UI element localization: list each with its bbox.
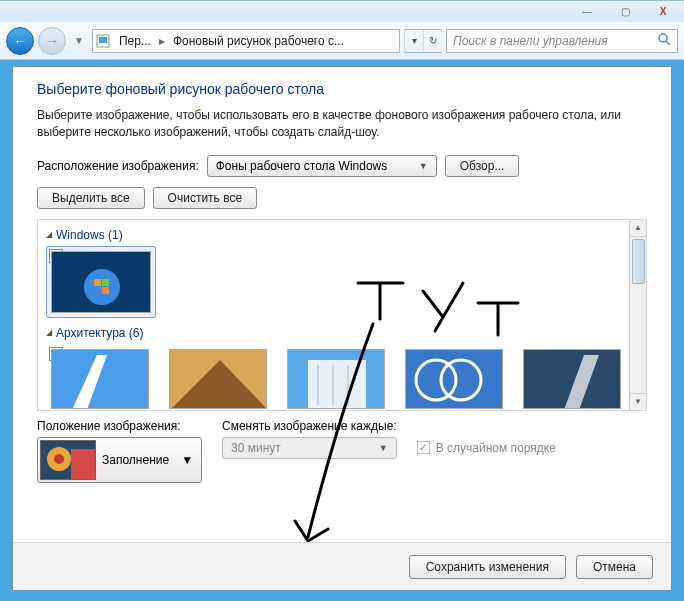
interval-value: 30 минут — [231, 441, 281, 455]
browse-button[interactable]: Обзор... — [445, 155, 520, 177]
category-architecture[interactable]: Архитектура (6) — [46, 326, 638, 340]
svg-rect-1 — [99, 37, 107, 43]
minimize-button[interactable]: — — [574, 5, 600, 19]
cancel-button[interactable]: Отмена — [576, 555, 653, 579]
svg-point-26 — [54, 454, 64, 464]
address-buttons: ▾ ↻ — [404, 29, 442, 53]
history-chevron-icon[interactable]: ▼ — [70, 35, 88, 46]
position-value: Заполнение — [102, 453, 169, 467]
wallpaper-thumb-arch-4[interactable] — [400, 344, 508, 411]
titlebar: — ▢ X — [0, 0, 684, 22]
search-input[interactable]: Поиск в панели управления — [446, 29, 678, 53]
checkbox-icon: ✓ — [417, 441, 430, 454]
category-windows[interactable]: Windows (1) — [46, 228, 638, 242]
scroll-down-icon[interactable]: ▼ — [630, 393, 646, 410]
page-title: Выберите фоновый рисунок рабочего стола — [37, 81, 647, 97]
chevron-down-icon: ▼ — [419, 161, 428, 171]
position-preview-icon — [40, 440, 96, 480]
page-description: Выберите изображение, чтобы использовать… — [37, 107, 647, 141]
shuffle-label: В случайном порядке — [436, 441, 556, 455]
location-value: Фоны рабочего стола Windows — [216, 159, 388, 173]
location-combo[interactable]: Фоны рабочего стола Windows ▼ — [207, 155, 437, 177]
scroll-thumb[interactable] — [632, 239, 645, 284]
refresh-icon[interactable]: ↻ — [423, 30, 442, 52]
svg-point-2 — [659, 34, 667, 42]
svg-rect-9 — [102, 287, 109, 294]
wallpaper-thumb-arch-5[interactable] — [518, 344, 626, 411]
location-label: Расположение изображения: — [37, 159, 199, 173]
shuffle-checkbox: ✓ В случайном порядке — [417, 441, 556, 455]
address-bar[interactable]: Пер... ▸ Фоновый рисунок рабочего с... — [92, 29, 400, 53]
scroll-up-icon[interactable]: ▲ — [630, 220, 646, 237]
scrollbar[interactable]: ▲ ▼ — [629, 220, 646, 410]
nav-row: ← → ▼ Пер... ▸ Фоновый рисунок рабочего … — [0, 22, 684, 60]
dialog-footer: Сохранить изменения Отмена — [13, 542, 671, 590]
back-button[interactable]: ← — [6, 27, 34, 55]
forward-button[interactable]: → — [38, 27, 66, 55]
clear-all-button[interactable]: Очистить все — [153, 187, 257, 209]
chevron-down-icon: ▼ — [379, 443, 388, 453]
close-button[interactable]: X — [650, 5, 676, 19]
wallpaper-thumb-arch-2[interactable] — [164, 344, 272, 411]
content-panel: Выберите фоновый рисунок рабочего стола … — [12, 66, 672, 591]
chevron-right-icon[interactable]: ▸ — [157, 34, 167, 48]
maximize-button[interactable]: ▢ — [612, 5, 638, 19]
wallpaper-thumb-windows-1[interactable]: ✓ — [46, 246, 156, 318]
chevron-down-icon: ▼ — [175, 453, 199, 467]
svg-line-3 — [666, 41, 670, 45]
search-placeholder: Поиск в панели управления — [453, 34, 657, 48]
address-dropdown-icon[interactable]: ▾ — [404, 30, 423, 52]
position-combo[interactable]: Заполнение ▼ — [37, 437, 202, 483]
interval-combo: 30 минут ▼ — [222, 437, 397, 459]
svg-rect-6 — [94, 279, 101, 286]
interval-label: Сменять изображение каждые: — [222, 419, 397, 433]
search-icon — [657, 32, 671, 50]
svg-rect-8 — [94, 287, 101, 294]
breadcrumb-1[interactable]: Пер... — [113, 34, 157, 48]
location-icon — [93, 34, 113, 48]
wallpaper-list: Windows (1) ✓ Архитектура (6) — [37, 219, 647, 411]
save-button[interactable]: Сохранить изменения — [409, 555, 566, 579]
svg-rect-27 — [71, 449, 96, 480]
svg-rect-7 — [102, 279, 109, 286]
breadcrumb-2[interactable]: Фоновый рисунок рабочего с... — [167, 34, 350, 48]
position-label: Положение изображения: — [37, 419, 202, 433]
wallpaper-thumb-arch-3[interactable] — [282, 344, 390, 411]
select-all-button[interactable]: Выделить все — [37, 187, 145, 209]
svg-rect-15 — [308, 360, 366, 409]
wallpaper-thumb-arch-1[interactable] — [46, 344, 154, 411]
